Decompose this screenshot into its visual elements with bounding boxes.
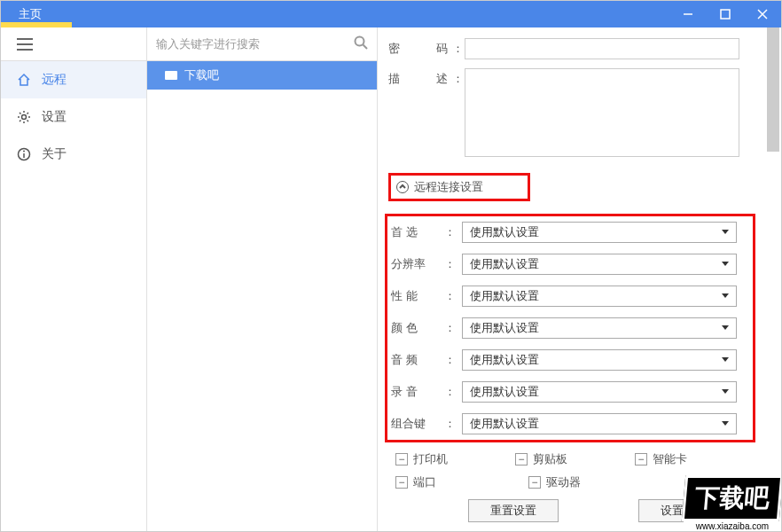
chevron-down-icon	[722, 293, 729, 298]
window-controls	[669, 1, 781, 27]
chevron-down-icon	[722, 262, 729, 266]
checkbox-clipboard[interactable]: −	[515, 453, 528, 466]
search-input[interactable]	[156, 37, 354, 51]
settings-block: 首 选：使用默认设置 分辨率：使用默认设置 性 能：使用默认设置 颜 色：使用默…	[385, 214, 755, 442]
select-resolution[interactable]: 使用默认设置	[462, 254, 737, 275]
svg-point-11	[356, 36, 364, 45]
content-panel: 密 码 ： 描 述 ： 远程连接设置 首 选：使用默认设置 分辨率：使用默认设置…	[378, 27, 781, 531]
chevron-up-icon	[396, 181, 409, 193]
checkbox-group: −打印机 −剪贴板 −智能卡 −端口 −驱动器	[395, 451, 755, 490]
svg-point-7	[22, 115, 27, 120]
scroll-thumb[interactable]	[767, 27, 779, 152]
list-column: 下载吧	[147, 27, 378, 531]
title-underline	[1, 22, 72, 27]
section-remote-settings[interactable]: 远程连接设置	[388, 173, 530, 201]
list-item[interactable]: 下载吧	[147, 61, 377, 90]
chevron-down-icon	[722, 389, 729, 394]
select-color[interactable]: 使用默认设置	[462, 317, 737, 339]
description-field[interactable]	[465, 68, 739, 157]
select-preferred[interactable]: 使用默认设置	[462, 222, 737, 243]
password-label: 密 码	[388, 38, 452, 59]
sidebar: 远程 设置 关于	[1, 27, 147, 531]
scrollbar[interactable]	[767, 27, 779, 531]
chevron-down-icon	[722, 421, 729, 426]
chevron-down-icon	[722, 230, 729, 234]
window-title: 主页	[1, 6, 59, 22]
sidebar-item-label: 远程	[42, 72, 66, 88]
select-recording[interactable]: 使用默认设置	[462, 381, 737, 403]
chevron-down-icon	[722, 357, 729, 362]
section-title: 远程连接设置	[414, 179, 483, 195]
minimize-button[interactable]	[669, 1, 707, 27]
sidebar-item-label: 设置	[42, 109, 66, 125]
select-audio[interactable]: 使用默认设置	[462, 349, 737, 371]
checkbox-printer[interactable]: −	[395, 453, 408, 466]
description-label: 描 述	[388, 68, 452, 90]
sidebar-item-about[interactable]: 关于	[1, 136, 146, 173]
list-item-label: 下载吧	[184, 67, 219, 83]
info-icon	[17, 147, 31, 161]
password-field[interactable]	[465, 38, 739, 59]
sidebar-item-remote[interactable]: 远程	[1, 61, 146, 98]
setas-button[interactable]: 设置为	[638, 499, 717, 522]
select-hotkey[interactable]: 使用默认设置	[462, 413, 737, 434]
main-layout: 远程 设置 关于 下载吧 密 码 ： 描 述 ：	[1, 27, 781, 531]
checkbox-smartcard[interactable]: −	[635, 453, 647, 466]
svg-rect-1	[721, 10, 730, 19]
gear-icon	[17, 110, 31, 124]
checkbox-driver[interactable]: −	[528, 476, 541, 489]
sidebar-item-label: 关于	[42, 146, 66, 162]
home-icon	[17, 73, 31, 87]
chevron-down-icon	[722, 325, 729, 330]
maximize-button[interactable]	[707, 1, 744, 27]
select-performance[interactable]: 使用默认设置	[462, 286, 737, 307]
close-button[interactable]	[744, 1, 781, 27]
sidebar-item-settings[interactable]: 设置	[1, 98, 146, 136]
monitor-icon	[165, 71, 177, 80]
search-bar	[147, 27, 377, 61]
svg-line-12	[364, 44, 368, 49]
search-icon[interactable]	[354, 35, 368, 53]
titlebar: 主页	[1, 1, 781, 27]
reset-button[interactable]: 重置设置	[468, 499, 559, 522]
checkbox-port[interactable]: −	[395, 476, 408, 489]
hamburger-button[interactable]	[1, 27, 146, 61]
